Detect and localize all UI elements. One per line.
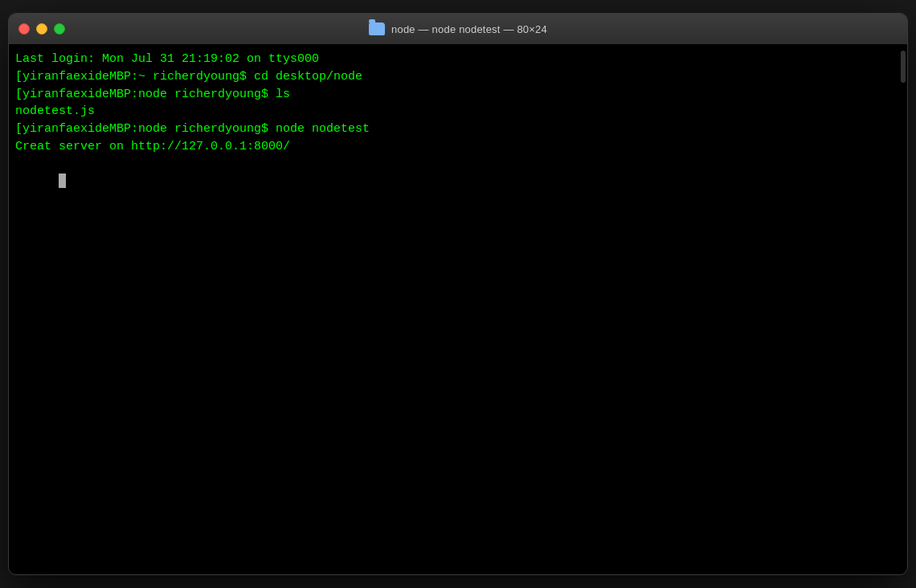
terminal-line: [yiranfaexideMBP:node richerdyoung$ node… — [15, 120, 901, 138]
close-button[interactable] — [18, 23, 30, 35]
terminal-line: Creat server on http://127.0.0.1:8000/ — [15, 138, 901, 156]
terminal-line: nodetest.js — [15, 103, 901, 120]
titlebar-center: node — node nodetest — 80×24 — [369, 22, 547, 35]
terminal-cursor-line — [15, 156, 901, 208]
maximize-button[interactable] — [54, 23, 65, 35]
terminal-body[interactable]: Last login: Mon Jul 31 21:19:02 on ttys0… — [9, 44, 907, 574]
terminal-line: [yiranfaexideMBP:~ richerdyoung$ cd desk… — [15, 68, 901, 86]
scrollbar-thumb[interactable] — [901, 51, 906, 83]
folder-icon — [369, 22, 385, 35]
minimize-button[interactable] — [36, 23, 47, 35]
titlebar: node — node nodetest — 80×24 — [9, 14, 907, 44]
window-title: node — node nodetest — 80×24 — [391, 23, 547, 35]
terminal-line: Last login: Mon Jul 31 21:19:02 on ttys0… — [15, 51, 901, 68]
terminal-line: [yiranfaexideMBP:node richerdyoung$ ls — [15, 86, 901, 104]
terminal-cursor — [59, 174, 66, 188]
traffic-lights — [18, 23, 65, 35]
terminal-window: node — node nodetest — 80×24 Last login:… — [8, 13, 908, 575]
scrollbar[interactable] — [901, 51, 906, 568]
